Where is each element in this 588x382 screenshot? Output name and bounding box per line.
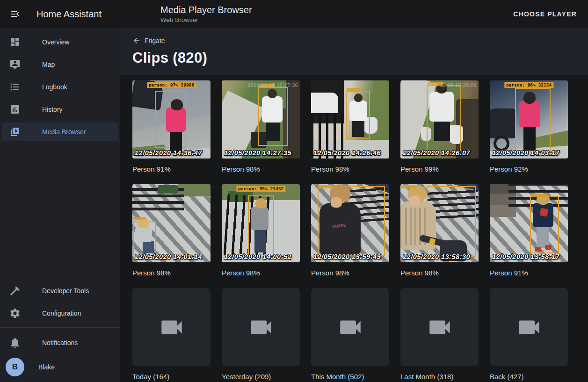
- clip-card[interactable]: 12/05/2020 13:58:17 Person 91%: [490, 184, 568, 288]
- gear-icon: [9, 308, 21, 319]
- clip-caption: Person 98%: [222, 268, 300, 278]
- sidebar-item-label: Overview: [42, 38, 69, 46]
- bell-icon: [9, 337, 21, 348]
- folder-card-this-month[interactable]: This Month (502): [311, 288, 389, 382]
- media-browser-header: Frigate Clips (820): [120, 28, 588, 75]
- dashboard-icon: [9, 36, 21, 48]
- clip-caption: Person 91%: [490, 268, 568, 278]
- folder-label: Yesterday (209): [222, 372, 300, 382]
- folder-card-today[interactable]: Today (164): [132, 288, 211, 382]
- sidebar-item-label: Map: [42, 61, 55, 68]
- clip-thumbnail-photo: 12/05/2020 14:27:35 2020-12-05 15:27:36: [222, 80, 300, 159]
- folder-card-yesterday[interactable]: Yesterday (209): [222, 288, 300, 382]
- clip-caption: Person 91%: [132, 165, 211, 174]
- clip-thumbnail-photo: 12/05/2020 13:58:30: [400, 184, 479, 262]
- clip-caption: Person 98%: [311, 165, 389, 174]
- clip-timestamp: 12/05/2020 14:01:14: [135, 253, 202, 260]
- video-camera-icon: [426, 314, 453, 341]
- sidebar-item-developer-tools[interactable]: Developer Tools: [2, 281, 118, 300]
- menu-open-icon: [9, 8, 21, 20]
- clip-timestamp: 12/05/2020 13:58:17: [492, 253, 559, 260]
- media-browser-panel: Frigate Clips (820) person: 97% 29988 12…: [120, 28, 588, 382]
- clip-card[interactable]: 12/05/2020 14:01:14 Person 98%: [132, 184, 211, 288]
- clip-thumbnail-photo: person: 95% 23432 12/05/2020 14:00:52: [222, 184, 300, 262]
- sidebar-item-label: Logbook: [42, 83, 67, 91]
- video-camera-icon: [247, 314, 275, 341]
- video-camera-icon: [337, 314, 364, 341]
- detection-label: person: 95% 23432: [236, 186, 285, 192]
- clip-card[interactable]: person: 97% 29988 12/05/2020 14:36:47 Pe…: [132, 80, 211, 184]
- video-camera-icon: [158, 314, 185, 341]
- clip-card[interactable]: JAMES 12/05/2020 13:59:49 Person 98%: [311, 184, 389, 288]
- clip-caption: Person 92%: [490, 165, 568, 174]
- clip-grid: person: 97% 29988 12/05/2020 14:36:47 Pe…: [132, 80, 588, 382]
- list-icon: [9, 81, 21, 93]
- clip-timestamp: 12/05/2020 13:59:49: [313, 253, 381, 260]
- clip-card[interactable]: person: 96% 32154 12/05/2020 14:03:17 Pe…: [490, 80, 568, 184]
- clip-card[interactable]: 12/05/2020 13:58:30 Person 98%: [400, 184, 479, 288]
- user-avatar: B: [6, 358, 24, 376]
- clip-timestamp: 12/05/2020 14:26:07: [403, 149, 470, 157]
- page-title: Media Player Browser: [160, 4, 252, 15]
- sidebar-item-label: Notifications: [42, 339, 78, 346]
- app-title: Home Assistant: [36, 9, 102, 20]
- sidebar-item-logbook[interactable]: Logbook: [2, 78, 118, 96]
- sidebar-item-label: Configuration: [42, 310, 81, 317]
- clip-timestamp: 12/05/2020 14:26:46: [313, 149, 381, 157]
- sidebar: Overview Map Logbook History Media Brows…: [0, 28, 120, 382]
- clip-timestamp: 12/05/2020 14:27:35: [224, 149, 291, 157]
- play-box-multiple-icon: [9, 126, 21, 137]
- clip-card[interactable]: 12/05/2020 14:26:46 Person 98%: [311, 80, 389, 184]
- clip-thumbnail-photo: person: 97% 29988 12/05/2020 14:36:47: [132, 80, 211, 159]
- sidebar-divider: [0, 327, 120, 328]
- folder-label: Back (427): [490, 372, 568, 382]
- breadcrumb[interactable]: Frigate: [132, 35, 165, 47]
- clip-thumbnail-photo: 12/05/2020 14:01:14: [132, 184, 211, 262]
- folder-card-last-month[interactable]: Last Month (318): [400, 288, 479, 382]
- clip-caption: Person 98%: [132, 268, 211, 278]
- folder-label: Today (164): [132, 372, 211, 382]
- chart-box-icon: [9, 104, 21, 115]
- sidebar-toggle-button[interactable]: [4, 3, 26, 25]
- sidebar-item-profile[interactable]: B Blake: [2, 356, 118, 378]
- clip-card[interactable]: 12/05/2020 14:26:07 2020-12-05 15:26:06 …: [400, 80, 479, 184]
- video-camera-icon: [515, 314, 543, 341]
- sidebar-item-map[interactable]: Map: [2, 55, 118, 74]
- folder-label: This Month (502): [311, 372, 389, 382]
- clip-thumbnail-photo: 12/05/2020 14:26:07 2020-12-05 15:26:06: [400, 80, 479, 159]
- folder-tile: [400, 288, 479, 366]
- detection-label: person: 97% 29988: [147, 82, 196, 88]
- page-title-block: Media Player Browser Web Browser: [160, 4, 252, 23]
- sidebar-item-media-browser[interactable]: Media Browser: [2, 123, 118, 141]
- clip-thumbnail-photo: person: 96% 32154 12/05/2020 14:03:17: [490, 80, 568, 159]
- sidebar-item-label: Developer Tools: [42, 287, 89, 295]
- clip-thumbnail-photo: JAMES 12/05/2020 13:59:49: [311, 184, 389, 262]
- clip-card[interactable]: 12/05/2020 14:27:35 2020-12-05 15:27:36 …: [222, 80, 300, 184]
- camera-overlay-timestamp: 2020-12-05 15:26:06: [426, 82, 477, 88]
- sidebar-item-label: Media Browser: [42, 128, 86, 136]
- hammer-icon: [9, 285, 21, 296]
- folder-tile: [490, 288, 568, 366]
- arrow-left-icon: [132, 36, 141, 45]
- clip-timestamp: 12/05/2020 14:36:47: [135, 149, 202, 157]
- page-subtitle: Web Browser: [160, 16, 252, 23]
- clip-caption: Person 98%: [400, 268, 479, 278]
- sidebar-item-configuration[interactable]: Configuration: [2, 304, 118, 323]
- clip-caption: Person 98%: [222, 165, 300, 174]
- user-name: Blake: [38, 363, 55, 371]
- folder-tile: [222, 288, 300, 366]
- clips-title: Clips (820): [132, 50, 588, 66]
- sidebar-item-overview[interactable]: Overview: [2, 33, 118, 51]
- clip-thumbnail-photo: 12/05/2020 14:26:46: [311, 80, 389, 159]
- camera-overlay-timestamp: 2020-12-05 15:27:36: [247, 82, 298, 88]
- folder-card-back[interactable]: Back (427): [490, 288, 568, 382]
- sidebar-item-label: History: [42, 106, 63, 113]
- choose-player-button[interactable]: CHOOSE PLAYER: [509, 0, 581, 28]
- app-header: Home Assistant Media Player Browser Web …: [0, 0, 588, 28]
- clip-timestamp: 12/05/2020 14:03:17: [492, 149, 559, 157]
- clip-card[interactable]: person: 95% 23432 12/05/2020 14:00:52 Pe…: [222, 184, 300, 288]
- clip-timestamp: 12/05/2020 13:58:30: [403, 253, 470, 260]
- sidebar-item-notifications[interactable]: Notifications: [2, 332, 118, 353]
- folder-tile: [132, 288, 211, 366]
- sidebar-item-history[interactable]: History: [2, 100, 118, 119]
